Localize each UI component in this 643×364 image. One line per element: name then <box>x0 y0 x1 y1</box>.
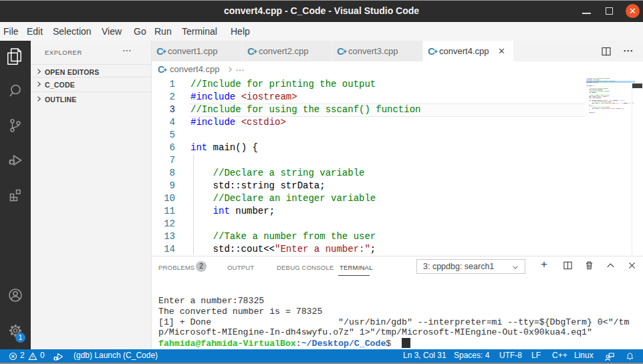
svg-text:C: C <box>428 46 435 57</box>
svg-text:C: C <box>158 65 164 75</box>
svg-text:C: C <box>337 46 344 57</box>
svg-text:C: C <box>247 46 255 57</box>
svg-text:C: C <box>156 46 164 57</box>
